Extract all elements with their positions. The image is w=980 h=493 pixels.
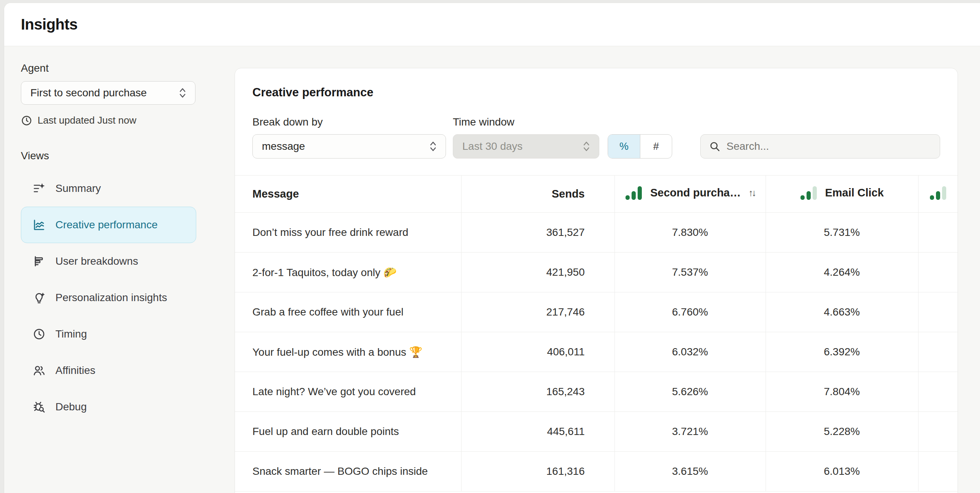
second-purchase-cell: 3.615% bbox=[614, 452, 765, 491]
sidebar-item-label: Debug bbox=[56, 401, 87, 413]
table-row[interactable]: Fuel up and earn double points 445,611 3… bbox=[235, 412, 958, 452]
views-nav: Summary Creative performance bbox=[21, 170, 224, 425]
table-row[interactable]: 2-for-1 Taquitos, today only 🌮 421,950 7… bbox=[235, 252, 958, 292]
table-row[interactable]: Grab a free coffee with your fuel 217,74… bbox=[235, 292, 958, 332]
users-icon bbox=[33, 364, 46, 377]
extra-cell bbox=[918, 213, 958, 252]
column-header-extra[interactable] bbox=[918, 176, 958, 213]
table-row[interactable]: Don’t miss your free drink reward 361,52… bbox=[235, 213, 958, 252]
message-cell: Grab a free coffee with your fuel bbox=[235, 292, 461, 332]
second-purchase-cell: 6.760% bbox=[614, 292, 765, 332]
email-click-cell: 4.663% bbox=[765, 292, 918, 332]
chevron-up-down-icon bbox=[178, 87, 188, 99]
sidebar-item-timing[interactable]: Timing bbox=[21, 316, 196, 352]
top-header: Insights bbox=[4, 3, 980, 46]
sidebar-item-user-breakdowns[interactable]: User breakdowns bbox=[21, 243, 196, 279]
content: Agent First to second purchase Last upda… bbox=[4, 46, 980, 493]
email-click-cell: 6.013% bbox=[765, 452, 918, 491]
sidebar-item-personalization-insights[interactable]: Personalization insights bbox=[21, 279, 196, 316]
search-input[interactable] bbox=[727, 140, 931, 152]
last-updated: Last updated Just now bbox=[21, 114, 224, 126]
line-chart-icon bbox=[33, 219, 46, 231]
breakdown-control: Break down by message bbox=[252, 116, 446, 159]
extra-cell bbox=[918, 372, 958, 412]
clock-icon bbox=[21, 115, 32, 126]
table-row[interactable]: Late night? We’ve got you covered 165,24… bbox=[235, 372, 958, 412]
time-window-label: Time window bbox=[453, 116, 599, 128]
card-title: Creative performance bbox=[235, 68, 958, 99]
agent-section-label: Agent bbox=[21, 62, 224, 75]
search-icon bbox=[709, 141, 721, 152]
creative-performance-table: Message Sends bbox=[235, 175, 958, 491]
extra-cell bbox=[918, 292, 958, 332]
breakdown-select[interactable]: message bbox=[252, 134, 446, 159]
second-purchase-cell: 7.830% bbox=[614, 213, 765, 252]
bar-chart-icon bbox=[625, 185, 643, 201]
message-cell: Snack smarter — BOGO chips inside bbox=[235, 452, 461, 491]
count-toggle-button[interactable]: # bbox=[640, 135, 672, 158]
second-purchase-cell: 6.032% bbox=[614, 332, 765, 372]
sidebar-item-creative-performance[interactable]: Creative performance bbox=[21, 207, 196, 243]
column-header-email-click[interactable]: Email Click bbox=[765, 176, 918, 213]
sidebar-item-debug[interactable]: Debug bbox=[21, 389, 196, 425]
message-cell: Don’t miss your free drink reward bbox=[235, 213, 461, 252]
message-cell: Fuel up and earn double points bbox=[235, 412, 461, 452]
sends-cell: 421,950 bbox=[461, 252, 614, 292]
bug-search-icon bbox=[33, 401, 46, 413]
last-updated-text: Last updated Just now bbox=[38, 114, 136, 126]
sends-cell: 361,527 bbox=[461, 213, 614, 252]
sends-cell: 161,316 bbox=[461, 452, 614, 491]
email-click-cell: 5.228% bbox=[765, 412, 918, 452]
second-purchase-cell: 7.537% bbox=[614, 252, 765, 292]
breakdown-select-value: message bbox=[262, 140, 305, 152]
extra-cell bbox=[918, 452, 958, 491]
main-area: Creative performance Break down by messa… bbox=[224, 46, 980, 493]
page-title: Insights bbox=[21, 16, 78, 33]
second-purchase-cell: 3.721% bbox=[614, 412, 765, 452]
sidebar-item-label: Creative performance bbox=[56, 219, 158, 231]
column-header-label: Email Click bbox=[825, 187, 884, 199]
time-window-select: Last 30 days bbox=[453, 134, 599, 159]
agent-select[interactable]: First to second purchase bbox=[21, 81, 196, 105]
sidebar-item-label: Timing bbox=[56, 328, 87, 340]
breakdown-label: Break down by bbox=[252, 116, 446, 128]
column-header-second-purchase[interactable]: Second purcha… ↑↓ bbox=[614, 176, 765, 213]
table-row[interactable]: Snack smarter — BOGO chips inside 161,31… bbox=[235, 452, 958, 491]
bar-chart-icon bbox=[800, 185, 818, 201]
second-purchase-cell: 5.626% bbox=[614, 372, 765, 412]
column-header-message: Message bbox=[235, 176, 461, 213]
agent-select-value: First to second purchase bbox=[30, 87, 147, 99]
sends-cell: 165,243 bbox=[461, 372, 614, 412]
clock-icon bbox=[33, 328, 46, 341]
time-window-select-value: Last 30 days bbox=[462, 140, 523, 152]
column-header-sends: Sends bbox=[461, 176, 614, 213]
sidebar-item-label: Affinities bbox=[56, 365, 95, 377]
sort-icon[interactable]: ↑↓ bbox=[748, 187, 755, 198]
chevron-up-down-icon bbox=[581, 140, 591, 152]
sidebar-item-label: Personalization insights bbox=[56, 292, 167, 304]
sidebar: Agent First to second purchase Last upda… bbox=[4, 46, 224, 493]
sidebar-item-summary[interactable]: Summary bbox=[21, 170, 196, 207]
email-click-cell: 5.731% bbox=[765, 213, 918, 252]
table-header-row: Message Sends bbox=[235, 176, 958, 213]
percent-toggle-button[interactable]: % bbox=[608, 135, 640, 158]
lightbulb-sparkle-icon bbox=[33, 291, 46, 304]
chevron-up-down-icon bbox=[428, 140, 438, 152]
app-window: Insights Agent First to second purchase bbox=[4, 3, 980, 493]
bar-chart-icon bbox=[929, 185, 947, 201]
controls-row: Break down by message Time window bbox=[235, 116, 958, 159]
message-cell: Your fuel-up comes with a bonus 🏆 bbox=[235, 332, 461, 372]
unit-toggle: % # bbox=[608, 134, 672, 159]
horizontal-bars-icon bbox=[33, 255, 46, 268]
extra-cell bbox=[918, 252, 958, 292]
sidebar-item-label: User breakdowns bbox=[56, 255, 138, 267]
message-cell: Late night? We’ve got you covered bbox=[235, 372, 461, 412]
time-window-control: Time window Last 30 days bbox=[453, 116, 599, 159]
views-section-label: Views bbox=[21, 150, 224, 162]
sends-cell: 445,611 bbox=[461, 412, 614, 452]
search-box bbox=[700, 134, 940, 159]
sidebar-item-affinities[interactable]: Affinities bbox=[21, 352, 196, 389]
creative-performance-card: Creative performance Break down by messa… bbox=[235, 68, 958, 493]
extra-cell bbox=[918, 412, 958, 452]
table-row[interactable]: Your fuel-up comes with a bonus 🏆 406,01… bbox=[235, 332, 958, 372]
